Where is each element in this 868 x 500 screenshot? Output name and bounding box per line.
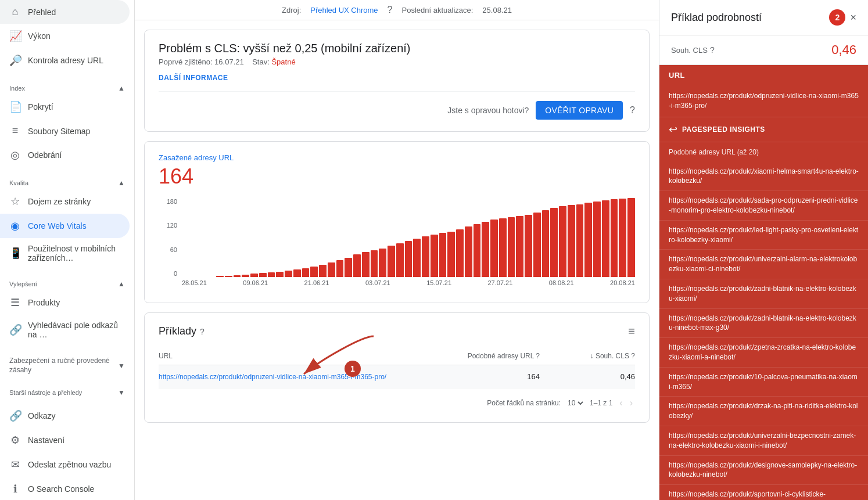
page-experience-icon: ☆ [9, 195, 21, 208]
table-row[interactable]: https://nopedals.cz/produkt/odpruzeni-vi… [159, 365, 635, 389]
panel-similar-url-4[interactable]: https://nopedals.cz/produkt/univerzalni-… [659, 250, 868, 279]
top-bar: Zdroj: Přehled UX Chrome ? Poslední aktu… [135, 0, 659, 20]
sidebar-item-mobile[interactable]: 📱 Použitelnost v mobilních zařízeních… [0, 238, 130, 268]
chart-bar [627, 198, 635, 277]
source-help-icon[interactable]: ? [388, 5, 393, 15]
panel-similar-url-12[interactable]: https://nopedals.cz/produkt/sportovni-ci… [659, 485, 868, 500]
panel-header: Příklad podrobností 2 × [659, 0, 868, 35]
chart-x-axis: 28.05.21 09.06.21 21.06.21 03.07.21 15.0… [182, 279, 635, 291]
affected-count: 164 [159, 164, 635, 189]
panel-similar-url-6[interactable]: https://nopedals.cz/produkt/zadni-blatni… [659, 309, 868, 339]
problem-card: Problém s CLS: vyšší než 0,25 (mobilní z… [144, 30, 650, 132]
home-icon: ⌂ [9, 6, 21, 18]
rows-per-page-select[interactable]: 10 25 50 [565, 398, 585, 408]
sidebar-item-nastaveni[interactable]: ⚙ Nastavení [0, 428, 130, 452]
pagespeed-label[interactable]: PAGESPEED INSIGHTS [682, 125, 765, 134]
sidebar-item-produkty[interactable]: ☰ Produkty [0, 290, 130, 315]
chart-bar [405, 241, 413, 277]
chart-bar [242, 275, 249, 277]
sidebar-item-sitemap[interactable]: ≡ Soubory Sitemap [0, 119, 130, 143]
chart-bar [533, 213, 541, 277]
panel-main-url[interactable]: https://nopedals.cz/produkt/odpruzeni-vi… [659, 85, 868, 117]
sidebar-item-label: Nastavení [28, 436, 64, 445]
source-link[interactable]: Přehled UX Chrome [310, 6, 378, 15]
examples-help-icon[interactable]: ? [200, 327, 205, 336]
sidebar-item-label: Core Web Vitals [28, 221, 87, 231]
chart-bar [250, 274, 258, 277]
panel-similar-url-11[interactable]: https://nopedals.cz/produkt/designove-sa… [659, 456, 868, 485]
panel-similar-url-7[interactable]: https://nopedals.cz/produkt/zpetna-zrcat… [659, 338, 868, 368]
links-icon: 🔗 [9, 323, 21, 336]
sidebar-item-vykon[interactable]: 📈 Výkon [0, 24, 130, 48]
cls-help-icon[interactable]: ? [631, 352, 635, 360]
update-label: Poslední aktualizace: [402, 6, 474, 15]
cls-panel-help-icon[interactable]: ? [710, 45, 715, 55]
verify-button[interactable]: OVĚŘIT OPRAVU [536, 101, 623, 120]
pagespeed-icon: ↩ [669, 123, 677, 136]
section-label-starsi[interactable]: Starší nástroje a přehledy ▼ [0, 382, 134, 399]
filter-icon[interactable]: ≡ [628, 325, 635, 338]
source-label: Zdroj: [282, 6, 301, 15]
sidebar-item-label: Odebrání [28, 150, 62, 160]
chart-bar [268, 272, 275, 277]
chart-bar [593, 202, 601, 277]
affected-label: Zasažené adresy URL [159, 153, 635, 162]
sidebar-item-prehled[interactable]: ⌂ Přehled [0, 0, 130, 24]
row-cls: 0,46 [540, 372, 635, 381]
right-panel: Příklad podrobností 2 × Souh. CLS ? 0,46… [659, 0, 868, 500]
panel-similar-url-9[interactable]: https://nopedals.cz/produkt/drzak-na-pit… [659, 397, 868, 426]
sidebar-item-core-web-vitals[interactable]: ◉ Core Web Vitals [0, 214, 130, 238]
row-similar: 164 [444, 372, 540, 381]
verify-help-icon[interactable]: ? [630, 105, 635, 116]
chart-bar [474, 224, 481, 277]
panel-similar-url-1[interactable]: https://nopedals.cz/produkt/xiaomi-helma… [659, 162, 868, 192]
sidebar-item-label: Přehled [28, 8, 56, 17]
panel-similar-url-2[interactable]: https://nopedals.cz/produkt/sada-pro-odp… [659, 191, 868, 221]
more-info-link[interactable]: DALŠÍ INFORMACE [159, 74, 228, 82]
row-url: https://nopedals.cz/produkt/odpruzeni-vi… [159, 373, 444, 381]
next-page-button[interactable]: › [627, 395, 635, 411]
panel-similar-url-8[interactable]: https://nopedals.cz/produkt/10-palcova-p… [659, 368, 868, 397]
col-url-header: URL [159, 352, 444, 360]
table-header: URL Podobné adresy URL ? ↓ Souh. CLS ? [159, 347, 635, 365]
chart-bar [302, 268, 310, 277]
close-panel-button[interactable]: × [850, 12, 856, 24]
badge-1-annotation: 1 [345, 361, 361, 377]
first-detected: Poprvé zjištěno: 16.07.21 [159, 57, 244, 66]
sidebar-item-odebrani[interactable]: ◎ Odebrání [0, 143, 130, 167]
chart-bar [259, 273, 267, 277]
prev-page-button[interactable]: ‹ [617, 395, 625, 411]
chart-bar [328, 262, 335, 277]
sidebar-item-vyhledavaci-pole[interactable]: 🔗 Vyhledávací pole odkazů na … [0, 315, 130, 345]
section-label-zabezpeceni[interactable]: Zabezpečení a ručně provedené zásahy ▼ [0, 350, 134, 377]
sidebar-item-dojem[interactable]: ☆ Dojem ze stránky [0, 189, 130, 214]
rows-label: Počet řádků na stránku: [487, 399, 561, 407]
panel-similar-url-5[interactable]: https://nopedals.cz/produkt/zadni-blatni… [659, 279, 868, 309]
chart-bar [353, 254, 361, 277]
chart-bar [456, 229, 464, 277]
url-inspection-icon: 🔎 [9, 54, 21, 67]
panel-cls-row: Souh. CLS ? 0,46 [659, 35, 868, 65]
sidebar-item-pokryti[interactable]: 📄 Pokrytí [0, 95, 130, 119]
chart-bar [413, 239, 421, 277]
chart-bar [216, 276, 224, 277]
badge-2: 2 [829, 9, 845, 26]
pagespeed-row: ↩ PAGESPEED INSIGHTS [659, 117, 868, 142]
similar-header: Podobné adresy URL (až 20) [659, 142, 868, 162]
panel-similar-url-3[interactable]: https://nopedals.cz/produkt/led-light-pa… [659, 221, 868, 250]
status-value: Špatné [271, 57, 295, 66]
pagination-row: Počet řádků na stránku: 10 25 50 1–1 z 1… [159, 395, 635, 411]
similar-help-icon[interactable]: ? [536, 352, 540, 360]
chart-bar [465, 226, 472, 277]
sidebar-item-feedback[interactable]: ✉ Odeslat zpětnou vazbu [0, 452, 130, 477]
chart-bar [345, 258, 352, 277]
panel-similar-url-10[interactable]: https://nopedals.cz/produkt/univerzalni-… [659, 426, 868, 456]
sidebar-item-odkazy[interactable]: 🔗 Odkazy [0, 404, 130, 428]
sidebar-item-about[interactable]: ℹ O Search Console [0, 477, 130, 500]
chart-bar [619, 199, 626, 277]
sidebar-item-kontrola-adresy[interactable]: 🔎 Kontrola adresy URL [0, 48, 130, 73]
sidebar-item-label: Odkazy [28, 411, 55, 420]
removal-icon: ◎ [9, 149, 21, 161]
update-date: 25.08.21 [482, 6, 512, 15]
section-label-kvalita: Kvalita ▲ [0, 172, 134, 189]
